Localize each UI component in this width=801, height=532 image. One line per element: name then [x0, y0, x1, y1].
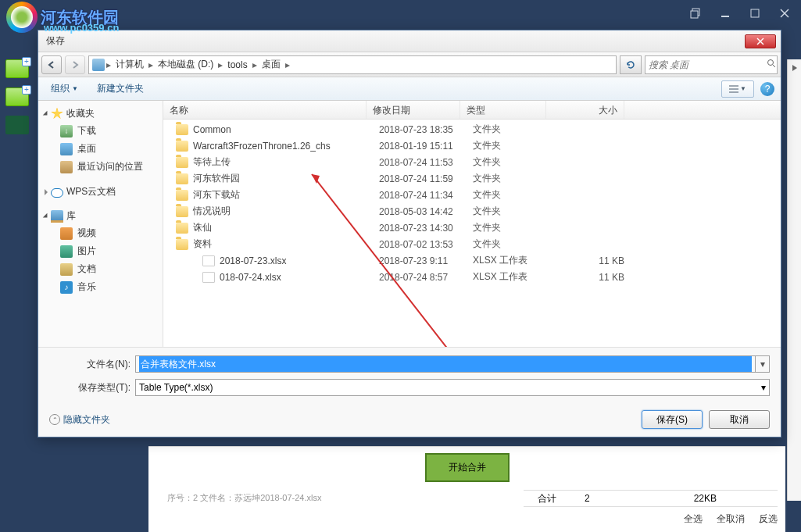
breadcrumb-bar[interactable]: ▸ 计算机▸ 本地磁盘 (D:)▸ tools▸ 桌面▸ [88, 55, 617, 74]
picture-icon [60, 245, 73, 258]
nav-back-button[interactable] [41, 55, 62, 74]
sidebar-downloads[interactable]: 下载 [38, 122, 163, 140]
folder-icon [176, 141, 188, 152]
search-icon[interactable] [767, 59, 776, 70]
collapse-icon: ⌃ [49, 414, 60, 425]
sidebar-desktop[interactable]: 桌面 [38, 140, 163, 158]
file-icon [202, 272, 215, 283]
app-titlebar [0, 0, 801, 27]
sidebar-recent[interactable]: 最近访问的位置 [38, 158, 163, 176]
sidebar-documents[interactable]: 文档 [38, 260, 163, 278]
video-icon [60, 227, 73, 240]
nav-forward-button[interactable] [65, 55, 85, 74]
svg-point-8 [768, 60, 774, 66]
refresh-button[interactable] [620, 55, 642, 74]
file-row[interactable]: 018-07-24.xlsx2018-07-24 8:57XLSX 工作表11 … [163, 269, 781, 285]
breadcrumb-item[interactable]: 本地磁盘 (D:) [155, 58, 216, 71]
total-label: 合计 [524, 492, 570, 505]
cloud-icon [51, 188, 63, 198]
file-name: 诛仙 [193, 221, 212, 234]
maximize-icon[interactable] [745, 5, 765, 21]
right-panel-toggle[interactable] [787, 59, 801, 501]
restore-icon[interactable] [685, 5, 706, 21]
desktop-icon [60, 143, 73, 155]
col-size[interactable]: 大小 [546, 101, 624, 119]
drive-icon [92, 59, 105, 71]
file-name: 情况说明 [193, 205, 231, 218]
col-date[interactable]: 修改日期 [367, 101, 460, 119]
rail-item-3[interactable] [5, 116, 29, 134]
svg-line-9 [773, 65, 775, 67]
breadcrumb-item[interactable]: tools [224, 59, 250, 70]
sidebar-library[interactable]: 库 [38, 208, 163, 224]
file-row[interactable]: 河东软件园2018-07-24 11:59文件夹 [163, 170, 781, 187]
download-icon [60, 125, 73, 137]
left-rail: + + [0, 59, 34, 134]
file-row[interactable]: Warcraft3FrozenThrone1.26_chs2018-01-19 … [163, 137, 781, 154]
file-name: 河东软件园 [193, 172, 240, 185]
folder-icon [176, 157, 188, 168]
document-icon [60, 263, 73, 276]
col-name[interactable]: 名称 [163, 101, 367, 119]
bottom-area: 开始合并 序号：2 文件名：苏远坤2018-07-24.xlsx 合计 2 22… [148, 446, 785, 532]
star-icon [51, 108, 63, 120]
toolbar: 组织 ▼ 新建文件夹 ▼ ? [38, 77, 781, 101]
filename-dropdown-icon[interactable]: ▾ [756, 355, 770, 373]
savetype-select[interactable]: Table Type(*.xlsx) ▾ [135, 379, 770, 396]
file-row[interactable]: 等待上传2018-07-24 11:53文件夹 [163, 154, 781, 170]
hide-folders-toggle[interactable]: ⌃ 隐藏文件夹 [49, 413, 110, 427]
form-area: 文件名(N): ▾ 保存类型(T): Table Type(*.xlsx) ▾ [38, 347, 781, 405]
library-icon [51, 210, 63, 223]
folder-icon [176, 190, 188, 201]
file-row[interactable]: Common2018-07-23 18:35文件夹 [163, 121, 781, 137]
file-name: Warcraft3FrozenThrone1.26_chs [193, 141, 331, 152]
sidebar-pictures[interactable]: 图片 [38, 242, 163, 260]
folder-icon [176, 206, 188, 217]
filename-input[interactable] [139, 356, 752, 372]
recent-icon [60, 161, 73, 173]
cancel-button[interactable]: 取消 [709, 410, 770, 429]
sidebar-videos[interactable]: 视频 [38, 224, 163, 242]
totals-row: 合计 2 22KB [524, 490, 778, 507]
breadcrumb-item[interactable]: 桌面 [259, 58, 284, 71]
file-row[interactable]: 2018-07-23.xlsx2018-07-23 9:11XLSX 工作表11… [163, 252, 781, 269]
folder-icon [176, 173, 188, 184]
file-row[interactable]: 情况说明2018-05-03 14:42文件夹 [163, 203, 781, 220]
select-all-link[interactable]: 全选 [684, 512, 703, 526]
dialog-titlebar[interactable]: 保存 [38, 30, 781, 52]
deselect-all-link[interactable]: 全取消 [717, 512, 745, 526]
save-button[interactable]: 保存(S) [642, 410, 703, 429]
minimize-icon[interactable] [715, 5, 735, 21]
search-box[interactable] [645, 55, 778, 74]
filename-label: 文件名(N): [49, 358, 135, 371]
dialog-close-button[interactable] [745, 34, 776, 48]
rail-new-2[interactable]: + [5, 87, 29, 106]
start-merge-button[interactable]: 开始合并 [425, 453, 510, 482]
savetype-label: 保存类型(T): [49, 381, 135, 395]
sidebar: 收藏夹 下载 桌面 最近访问的位置 WPS云文档 库 视频 图片 文档 音乐 [38, 101, 163, 347]
col-type[interactable]: 类型 [460, 101, 546, 119]
file-name: 2018-07-23.xlsx [220, 255, 286, 266]
search-input[interactable] [649, 59, 767, 70]
rail-new-1[interactable]: + [5, 59, 29, 78]
sidebar-music[interactable]: 音乐 [38, 278, 163, 296]
total-count: 2 [570, 493, 604, 504]
sidebar-favorites[interactable]: 收藏夹 [38, 105, 163, 122]
file-name: 河东下载站 [193, 188, 240, 202]
invert-selection-link[interactable]: 反选 [759, 512, 778, 526]
file-row[interactable]: 诛仙2018-07-23 14:30文件夹 [163, 220, 781, 236]
savetype-value: Table Type(*.xlsx) [139, 382, 213, 393]
view-mode-button[interactable]: ▼ [721, 80, 754, 98]
close-icon[interactable] [774, 5, 795, 21]
folder-icon [176, 239, 188, 250]
file-icon [202, 255, 215, 266]
file-row[interactable]: 资料2018-07-02 13:53文件夹 [163, 236, 781, 252]
file-row[interactable]: 河东下载站2018-07-24 11:34文件夹 [163, 187, 781, 203]
organize-button[interactable]: 组织 ▼ [45, 80, 84, 98]
sidebar-wps-cloud[interactable]: WPS云文档 [38, 184, 163, 200]
new-folder-button[interactable]: 新建文件夹 [91, 80, 150, 98]
help-button[interactable]: ? [760, 82, 774, 96]
filename-input-wrapper [135, 355, 756, 373]
file-name: 等待上传 [193, 155, 231, 169]
breadcrumb-item[interactable]: 计算机 [113, 58, 147, 71]
